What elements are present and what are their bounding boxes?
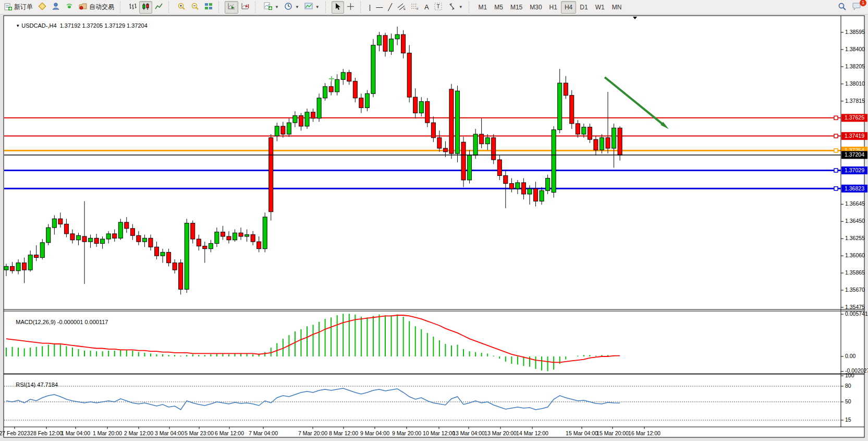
svg-text:1.36450: 1.36450 [845,218,865,224]
new-order-button[interactable]: 新订单 [2,1,35,14]
hline-handle[interactable] [834,187,838,190]
horizontal-line-button[interactable]: — [373,1,385,14]
notifications-button[interactable]: 1 [849,1,864,14]
line-chart-icon [155,3,163,12]
ohlc-values: 1.37192 1.37205 1.37129 1.37204 [60,22,148,29]
tab-timeframe-w1[interactable]: W1 [592,1,608,14]
tab-timeframe-d1[interactable]: D1 [576,1,591,14]
bar-chart-button[interactable] [126,1,139,14]
person-icon [52,2,60,12]
signal-button[interactable] [63,1,76,14]
data-window-button[interactable] [49,1,63,14]
new-order-label: 新订单 [14,3,33,11]
tile-windows-button[interactable] [202,1,215,14]
chart-info-line: ▼USDCAD-,H4 1.37192 1.37205 1.37129 1.37… [6,16,148,35]
vertical-line-button[interactable]: | [366,1,373,14]
arrows-button[interactable]: ▼ [445,1,466,14]
cursor-arrow-icon [334,3,341,12]
candlestick-chart-button[interactable] [139,1,152,14]
fibonacci-button[interactable]: F [408,1,422,14]
template-icon [304,2,313,12]
toolbar-group-chart-type [125,0,167,14]
horizontal-line-icon: — [376,4,383,10]
fibonacci-icon: F [411,3,419,12]
tab-timeframe-m1[interactable]: M1 [475,1,491,14]
templates-button[interactable]: ▼ [302,1,322,14]
notification-badge: 1 [860,0,866,6]
zoom-out-button[interactable] [188,1,202,14]
hline-handle[interactable] [834,149,838,152]
text-icon: A [424,4,429,10]
toolbar-group-cursor [330,0,359,14]
svg-text:F: F [417,7,419,10]
search-button[interactable] [835,1,849,14]
svg-text:100: 100 [845,372,854,378]
text-button[interactable]: A [422,1,432,14]
text-label-button[interactable]: T [432,1,445,14]
diamond-icon [38,2,46,12]
tab-timeframe-h1[interactable]: H1 [546,1,561,14]
svg-text:0.005741: 0.005741 [845,311,868,317]
svg-text:15: 15 [845,416,851,423]
bar-chart-icon [129,3,137,12]
trendline-button[interactable]: ╱ [385,1,395,14]
svg-text:14 Mar 12:00: 14 Mar 12:00 [516,430,548,436]
toolbar-group-drawing: | — ╱ E F A T ▼ [365,0,467,14]
vertical-line-icon: | [369,4,371,10]
toolbar-separator [360,2,363,13]
chevron-down-icon: ▼ [315,5,320,9]
symbol-period-label: USDCAD-,H4 [21,22,56,29]
hline-handle[interactable] [834,116,838,120]
cursor-button[interactable] [332,1,344,14]
autotrading-label: 自动交易 [89,3,114,11]
indicators-button[interactable]: ▼ [261,1,282,14]
tab-timeframe-h4[interactable]: H4 [561,1,576,14]
svg-text:50: 50 [845,398,851,404]
toolbar-separator [168,2,172,13]
candlestick-chart-icon [142,3,150,12]
rsi-value: 47.7184 [37,382,58,388]
chart-area: 1.385951.384001.382051.380101.378151.366… [0,14,868,441]
periods-button[interactable]: ▼ [282,1,302,14]
svg-text:0.00: 0.00 [845,353,856,359]
chart-shift-button[interactable] [238,1,252,14]
svg-text:3 Mar 04:00: 3 Mar 04:00 [155,430,184,436]
svg-text:9 Mar 20:00: 9 Mar 20:00 [392,430,421,436]
svg-text:1.38010: 1.38010 [845,80,865,87]
channel-button[interactable]: E [395,1,408,14]
svg-text:7 Mar 04:00: 7 Mar 04:00 [249,430,278,436]
timeframe-group: M1 M5 M15 M30 H1 H4 D1 W1 MN [473,0,627,14]
svg-text:1.36255: 1.36255 [845,235,865,241]
chart-canvas[interactable]: 1.385951.384001.382051.380101.378151.366… [0,14,868,441]
toolbar-separator [255,2,258,13]
auto-scroll-icon [227,2,236,12]
svg-text:E: E [404,7,406,10]
line-chart-button[interactable] [152,1,165,14]
autotrading-button[interactable]: 自动交易 [76,1,117,14]
svg-text:5 Mar 23:00: 5 Mar 23:00 [185,430,214,436]
signal-icon [65,2,74,12]
toolbar-separator [469,2,472,13]
svg-text:1.38205: 1.38205 [845,63,865,69]
zoom-out-icon [191,2,199,12]
svg-text:8 Mar 12:00: 8 Mar 12:00 [329,430,358,436]
svg-text:16 Mar 12:00: 16 Mar 12:00 [628,430,661,436]
svg-text:7 Mar 20:00: 7 Mar 20:00 [298,430,327,436]
one-click-trading-icon[interactable]: ▼ [16,23,20,28]
tile-windows-icon [204,2,213,12]
svg-text:1.35670: 1.35670 [845,287,865,293]
hline-handle[interactable] [834,169,838,172]
chevron-down-icon: ▼ [459,5,463,9]
crosshair-button[interactable] [344,1,357,14]
tab-timeframe-m30[interactable]: M30 [526,1,545,14]
rsi-title: RSI(14) [16,382,35,388]
tab-timeframe-m5[interactable]: M5 [491,1,507,14]
svg-text:15 Mar 20:00: 15 Mar 20:00 [596,430,629,436]
tab-timeframe-m15[interactable]: M15 [507,1,526,14]
tab-timeframe-mn[interactable]: MN [608,1,626,14]
hline-handle[interactable] [834,134,838,138]
auto-scroll-button[interactable] [225,1,238,14]
market-watch-button[interactable] [35,1,49,14]
trendline-icon: ╱ [388,4,392,10]
zoom-in-button[interactable] [175,1,188,14]
